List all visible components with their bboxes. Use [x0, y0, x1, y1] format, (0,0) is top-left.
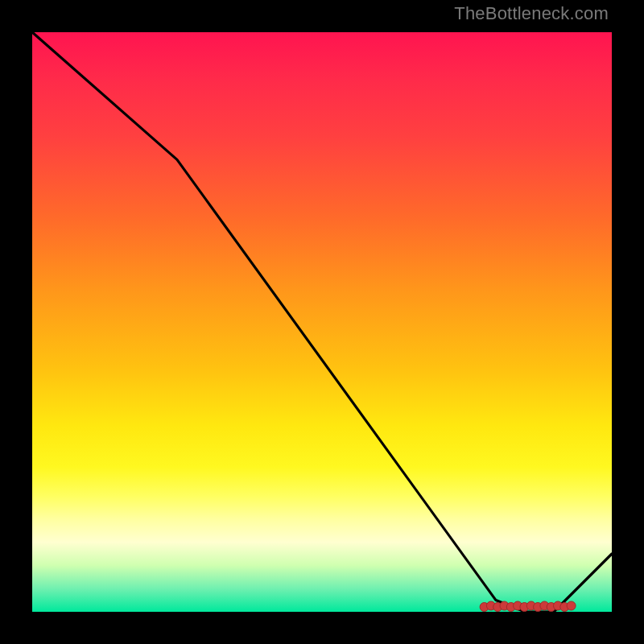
- chart-overlay-svg: [32, 32, 612, 612]
- optimal-dot: [567, 601, 576, 610]
- optimal-band-dots: [480, 601, 576, 612]
- watermark-text: TheBottleneck.com: [454, 3, 609, 24]
- chart-frame: [32, 32, 612, 612]
- bottleneck-curve: [32, 32, 612, 612]
